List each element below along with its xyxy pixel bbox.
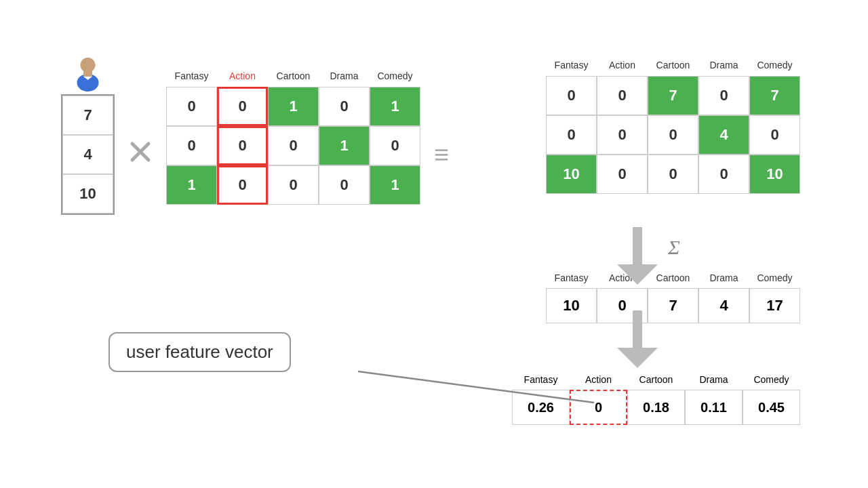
rm-r2c4: 10: [749, 155, 800, 194]
user-feature-vector-label: user feature vector: [108, 332, 291, 372]
equals-symbol: ≡: [434, 140, 449, 169]
final-matrix: Fantasy Action Cartoon Drama Comedy 0.26…: [512, 369, 800, 425]
sum-cell-fantasy: 10: [546, 288, 597, 323]
rm-r0c2: 7: [648, 76, 698, 115]
final-data-row: 0.26 0 0.18 0.11 0.45: [512, 390, 800, 425]
genre-matrix-row-1: 0 0 0 1 0: [166, 126, 420, 165]
gm-r1c1: 0: [217, 126, 268, 165]
rm-row-2: 10 0 0 0 10: [546, 155, 800, 194]
sum-cell-action: 0: [597, 288, 648, 323]
sum-header-action: Action: [597, 268, 648, 288]
rm-header-cartoon: Cartoon: [648, 54, 698, 76]
final-header-fantasy: Fantasy: [512, 369, 570, 390]
user-vector-cell-1: 4: [62, 135, 113, 174]
genre-matrix-headers: Fantasy Action Cartoon Drama Comedy: [166, 65, 420, 87]
rm-r2c2: 0: [648, 155, 698, 194]
rm-r1c4: 0: [749, 115, 800, 155]
sum-cell-drama: 4: [698, 288, 749, 323]
rm-r1c0: 0: [546, 115, 597, 155]
gm-r0c2: 1: [268, 87, 319, 126]
sum-header-comedy: Comedy: [749, 268, 800, 288]
avatar: [69, 54, 106, 92]
rm-r2c0: 10: [546, 155, 597, 194]
user-vector-box: 7 4 10: [61, 94, 115, 215]
header-fantasy: Fantasy: [166, 65, 217, 87]
sum-header-fantasy: Fantasy: [546, 268, 597, 288]
final-header-comedy: Comedy: [743, 369, 800, 390]
rm-r0c1: 0: [597, 76, 648, 115]
gm-r2c2: 0: [268, 165, 319, 205]
final-cell-action: 0: [570, 390, 627, 425]
gm-r0c4: 1: [370, 87, 420, 126]
rm-r1c2: 0: [648, 115, 698, 155]
result-matrix-headers: Fantasy Action Cartoon Drama Comedy: [546, 54, 800, 76]
rm-row-1: 0 0 0 4 0: [546, 115, 800, 155]
sum-headers: Fantasy Action Cartoon Drama Comedy: [546, 268, 800, 288]
header-drama: Drama: [319, 65, 370, 87]
final-cell-comedy: 0.45: [743, 390, 800, 425]
sum-matrix: Fantasy Action Cartoon Drama Comedy 10 0…: [546, 268, 800, 323]
final-cell-cartoon: 0.18: [627, 390, 685, 425]
genre-matrix-row-2: 1 0 0 0 1: [166, 165, 420, 205]
final-header-action: Action: [570, 369, 627, 390]
user-vector-section: 7 4 10: [61, 54, 115, 215]
rm-r2c1: 0: [597, 155, 648, 194]
gm-r1c4: 0: [370, 126, 420, 165]
gm-r2c3: 0: [319, 165, 370, 205]
user-vector-cell-0: 7: [62, 96, 113, 135]
svg-point-0: [81, 58, 96, 73]
main-container: 7 4 10 Fantasy Action Cartoon Drama Come…: [0, 0, 868, 488]
rm-r0c0: 0: [546, 76, 597, 115]
rm-header-fantasy: Fantasy: [546, 54, 597, 76]
left-section: 7 4 10 Fantasy Action Cartoon Drama Come…: [61, 54, 459, 215]
result-matrix-section: Fantasy Action Cartoon Drama Comedy 0 0 …: [546, 54, 800, 194]
gm-r0c3: 0: [319, 87, 370, 126]
gm-r2c4: 1: [370, 165, 420, 205]
rm-r0c3: 0: [698, 76, 749, 115]
gm-r1c2: 0: [268, 126, 319, 165]
header-cartoon: Cartoon: [268, 65, 319, 87]
sum-section: Fantasy Action Cartoon Drama Comedy 10 0…: [546, 268, 800, 323]
final-headers: Fantasy Action Cartoon Drama Comedy: [512, 369, 800, 390]
sum-cell-cartoon: 7: [648, 288, 698, 323]
gm-r0c0: 0: [166, 87, 217, 126]
final-header-drama: Drama: [685, 369, 743, 390]
rm-r0c4: 7: [749, 76, 800, 115]
final-section: Fantasy Action Cartoon Drama Comedy 0.26…: [512, 369, 800, 425]
rm-r1c1: 0: [597, 115, 648, 155]
gm-r2c1: 0: [217, 165, 268, 205]
gm-r2c0: 1: [166, 165, 217, 205]
rm-row-0: 0 0 7 0 7: [546, 76, 800, 115]
genre-matrix-row-0: 0 0 1 0 1: [166, 87, 420, 126]
gm-r0c1: 0: [217, 87, 268, 126]
rm-r2c3: 0: [698, 155, 749, 194]
gm-r1c3: 1: [319, 126, 370, 165]
header-action: Action: [217, 65, 268, 87]
final-header-cartoon: Cartoon: [627, 369, 685, 390]
rm-r1c3: 4: [698, 115, 749, 155]
sum-header-drama: Drama: [698, 268, 749, 288]
genre-matrix: Fantasy Action Cartoon Drama Comedy 0 0 …: [166, 65, 420, 205]
svg-marker-12: [617, 348, 658, 368]
gm-r1c0: 0: [166, 126, 217, 165]
header-comedy: Comedy: [370, 65, 420, 87]
sum-cell-comedy: 17: [749, 288, 800, 323]
rm-header-action: Action: [597, 54, 648, 76]
multiply-symbol: [127, 138, 154, 171]
svg-text:Σ: Σ: [667, 236, 680, 258]
user-vector-cell-2: 10: [62, 174, 113, 214]
final-cell-drama: 0.11: [685, 390, 743, 425]
final-cell-fantasy: 0.26: [512, 390, 570, 425]
sum-row: 10 0 7 4 17: [546, 288, 800, 323]
rm-header-drama: Drama: [698, 54, 749, 76]
result-matrix: Fantasy Action Cartoon Drama Comedy 0 0 …: [546, 54, 800, 194]
svg-rect-2: [83, 71, 92, 77]
sum-header-cartoon: Cartoon: [648, 268, 698, 288]
rm-header-comedy: Comedy: [749, 54, 800, 76]
